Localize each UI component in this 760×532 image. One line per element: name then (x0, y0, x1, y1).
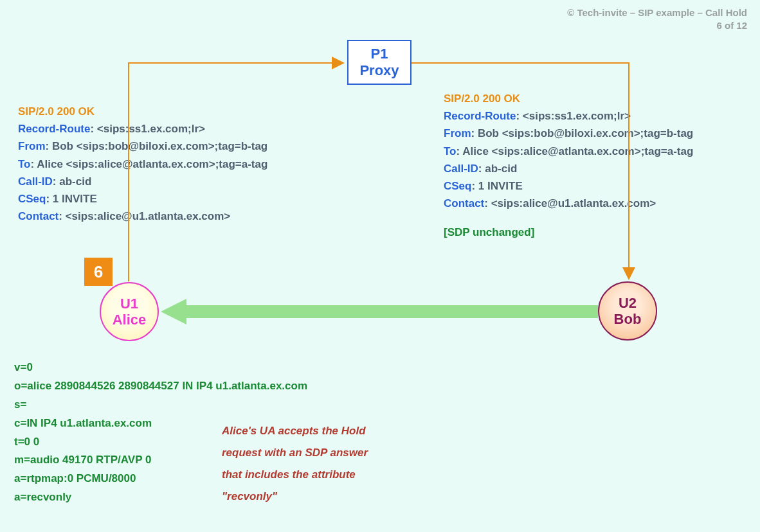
sip-header-value: : Bob <sips:bob@biloxi.ex.com>;tag=b-tag (46, 140, 268, 152)
sip-header-name: Record-Route (18, 123, 90, 135)
step-number: 6 (94, 262, 103, 282)
sip-header-row: CSeq: 1 INVITE (444, 177, 752, 195)
sip-header-name: CSeq (18, 193, 46, 205)
header-copyright: © Tech-invite – SIP example – Call Hold … (567, 6, 747, 31)
sdp-line: o=alice 2890844526 2890844527 IN IP4 u1.… (14, 377, 307, 396)
sip-header-name: From (18, 140, 46, 152)
sip-header-value: : Bob <sips:bob@biloxi.ex.com>;tag=b-tag (471, 127, 694, 139)
sip-header-name: CSeq (444, 180, 471, 192)
arrow-bob-to-alice (161, 299, 598, 324)
sip-header-name: Call-ID (444, 163, 478, 175)
sip-block-left: SIP/2.0 200 OK Record-Route: <sips:ss1.e… (18, 103, 352, 225)
sip-header-value: : <sips:alice@u1.atlanta.ex.com> (59, 210, 230, 222)
sip-block-right: SIP/2.0 200 OK Record-Route: <sips:ss1.e… (444, 90, 752, 242)
sip-header-name: Contact (444, 197, 484, 209)
bob-node: U2 Bob (598, 281, 657, 341)
step-badge: 6 (84, 258, 113, 286)
copyright-text: © Tech-invite – SIP example – Call Hold (567, 6, 747, 19)
proxy-line1: P1 (348, 46, 410, 62)
sip-header-row: Call-ID: ab-cid (444, 160, 752, 177)
sip-header-name: To (18, 158, 31, 170)
sip-header-value: : <sips:alice@u1.atlanta.ex.com> (484, 197, 656, 209)
proxy-line2: Proxy (348, 62, 410, 79)
sip-header-name: Contact (18, 210, 59, 222)
sip-status-left: SIP/2.0 200 OK (18, 103, 352, 120)
sip-header-value: : ab-cid (53, 175, 91, 188)
sip-header-value: : 1 INVITE (471, 180, 522, 192)
sdp-line: v=0 (14, 359, 307, 377)
sip-header-name: Record-Route (444, 110, 516, 122)
svg-marker-1 (161, 299, 186, 324)
sdp-line: s= (14, 396, 307, 414)
sip-status-right: SIP/2.0 200 OK (444, 90, 752, 107)
alice-line1: U1 (120, 296, 138, 312)
sdp-unchanged-note: [SDP unchanged] (444, 224, 752, 241)
sip-header-value: : <sips:ss1.ex.com;lr> (516, 110, 631, 122)
explanation-text: Alice's UA accepts the Hold request with… (222, 420, 389, 508)
bob-line1: U2 (619, 295, 637, 311)
sip-header-row: Record-Route: <sips:ss1.ex.com;lr> (444, 107, 752, 125)
sip-header-name: Call-ID (18, 175, 53, 188)
sip-header-row: CSeq: 1 INVITE (18, 190, 352, 208)
alice-line2: Alice (113, 312, 147, 328)
sip-header-row: Call-ID: ab-cid (18, 173, 352, 190)
sip-header-name: To (444, 145, 457, 157)
sip-header-row: From: Bob <sips:bob@biloxi.ex.com>;tag=b… (444, 125, 752, 142)
sip-header-value: : ab-cid (478, 163, 517, 175)
sip-header-value: : 1 INVITE (46, 193, 96, 205)
sip-header-row: Contact: <sips:alice@u1.atlanta.ex.com> (444, 195, 752, 212)
sip-header-row: To: Alice <sips:alice@atlanta.ex.com>;ta… (444, 143, 752, 160)
sip-header-row: Record-Route: <sips:ss1.ex.com;lr> (18, 120, 352, 137)
proxy-node: P1 Proxy (347, 40, 412, 85)
alice-node: U1 Alice (100, 282, 159, 341)
sip-header-value: : Alice <sips:alice@atlanta.ex.com>;tag=… (31, 158, 268, 170)
sip-header-row: To: Alice <sips:alice@atlanta.ex.com>;ta… (18, 155, 352, 173)
sip-header-row: From: Bob <sips:bob@biloxi.ex.com>;tag=b… (18, 137, 352, 155)
svg-rect-0 (186, 305, 598, 318)
bob-line2: Bob (614, 311, 642, 327)
sip-header-row: Contact: <sips:alice@u1.atlanta.ex.com> (18, 208, 352, 225)
page-counter: 6 of 12 (567, 19, 747, 32)
sip-header-value: : <sips:ss1.ex.com;lr> (90, 123, 205, 135)
sip-header-name: From (444, 127, 471, 139)
sip-header-value: : Alice <sips:alice@atlanta.ex.com>;tag=… (457, 145, 694, 157)
